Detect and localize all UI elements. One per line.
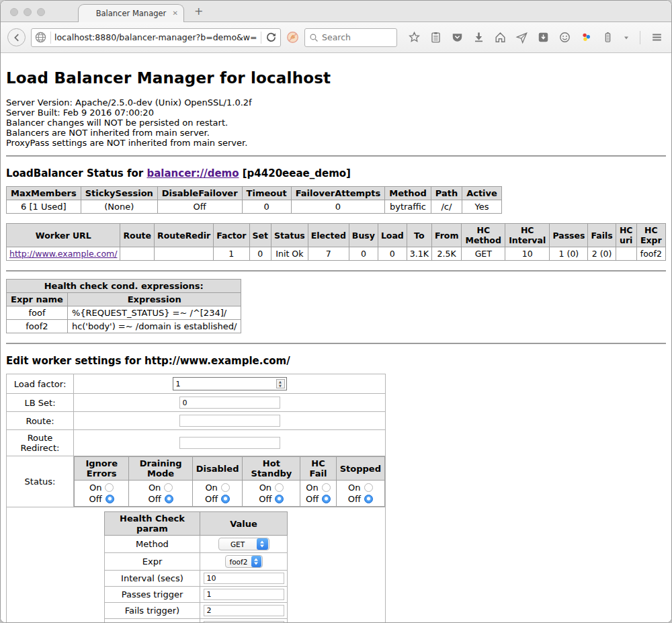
colored-dots-icon[interactable] (580, 31, 593, 44)
number-stepper-icon[interactable]: ▲▼ (276, 379, 285, 388)
server-built-line: Server Built: Feb 9 2016 07:00:20 (6, 108, 666, 118)
col-factor: Factor (214, 224, 249, 247)
new-tab-button[interactable]: + (194, 5, 203, 17)
cell-expression: %{REQUEST_STATUS} =~ /^[234]/ (67, 306, 241, 320)
col-load: Load (378, 224, 407, 247)
col-stickysession: StickySession (81, 187, 157, 200)
window-controls[interactable] (10, 8, 45, 16)
url-text[interactable]: localhost:8880/balancer-manager?b=demo&w… (54, 32, 257, 42)
balancer-link[interactable]: balancer://demo (146, 167, 239, 179)
chat-icon[interactable] (558, 31, 571, 44)
hc-expr-select[interactable]: foof2 (225, 555, 263, 568)
ignore-errors-off-radio[interactable] (106, 495, 114, 503)
heading-suffix: [p4420eeae_demo] (239, 167, 351, 179)
menu-icon[interactable] (650, 31, 663, 44)
search-bar[interactable] (304, 28, 397, 47)
route-input[interactable] (179, 415, 280, 427)
cell-route (120, 247, 155, 261)
col-expression: Expression (67, 293, 241, 306)
radio-off-label: Off (259, 494, 271, 504)
pocket-icon[interactable] (451, 31, 464, 44)
save-page-icon[interactable] (537, 31, 550, 44)
reload-icon[interactable] (265, 31, 278, 44)
load-factor-field-wrap: ▲▼ (173, 377, 287, 390)
hc-passes-input[interactable] (204, 589, 284, 600)
col-hc-uri: HC uri (616, 224, 636, 247)
table-row: foof2 hc('body') =~ /domain is establish… (7, 320, 241, 333)
disabled-off-radio[interactable] (221, 495, 230, 503)
proxypass-note-line: ProxyPass settings are NOT inherited fro… (6, 138, 666, 148)
stopped-off-radio[interactable] (364, 495, 373, 503)
back-button[interactable] (7, 28, 26, 46)
hc-method-select[interactable]: GET (218, 538, 269, 550)
hc-expr-label: Expr (105, 553, 200, 571)
cell-routeredir (155, 247, 214, 261)
radio-on-label: On (89, 483, 101, 493)
ignore-errors-on-radio[interactable] (105, 483, 114, 492)
hc-fail-on-radio[interactable] (322, 483, 331, 492)
load-factor-input[interactable] (173, 377, 287, 390)
cell-hc-method: GET (462, 247, 505, 261)
draining-mode-off-radio[interactable] (165, 495, 173, 503)
minimize-window-button[interactable] (24, 8, 32, 16)
section-divider (6, 343, 666, 344)
caret-down-icon[interactable] (623, 34, 630, 41)
cell-load: 0 (378, 247, 407, 261)
block-icon[interactable] (286, 31, 299, 44)
col-from: From (431, 224, 462, 247)
lb-set-row: LB Set: (7, 394, 386, 412)
clipboard-icon[interactable] (429, 31, 442, 44)
hc-method-label: Method (105, 536, 200, 553)
cell-failoverattempts: 0 (291, 200, 385, 214)
disabled-on-radio[interactable] (221, 483, 230, 492)
hc-interval-input[interactable] (204, 573, 284, 584)
search-input[interactable] (322, 32, 382, 42)
cell-path: /c/ (431, 200, 462, 214)
cell-factor: 1 (214, 247, 249, 261)
cell-expression: hc('body') =~ /domain is established/ (67, 320, 241, 333)
col-hc-expr: HC Expr (636, 224, 665, 247)
zoom-window-button[interactable] (37, 8, 45, 16)
radio-on-label: On (149, 483, 161, 493)
close-window-button[interactable] (10, 8, 18, 16)
worker-url-link[interactable]: http://www.example.com/ (9, 249, 117, 259)
hc-uri-input[interactable] (204, 621, 284, 622)
battery-icon[interactable] (601, 31, 614, 44)
cell-timeout: 0 (242, 200, 291, 214)
edit-worker-heading: Edit worker settings for http://www.exam… (6, 355, 666, 367)
cell-active: Yes (462, 200, 502, 214)
col-active: Active (462, 187, 502, 200)
col-method: Method (385, 187, 431, 200)
route-redirect-input[interactable] (179, 437, 280, 449)
page-content: Load Balancer Manager for localhost Serv… (1, 53, 671, 622)
col-stopped: Stopped (336, 457, 384, 481)
radio-off-label: Off (348, 494, 361, 504)
col-status: Status (271, 224, 308, 247)
col-passes: Passes (550, 224, 588, 247)
col-worker-url: Worker URL (7, 224, 120, 247)
section-divider (6, 270, 666, 272)
hc-fails-input[interactable] (204, 605, 284, 616)
back-icon (12, 33, 22, 42)
radio-off-label: Off (306, 494, 319, 504)
hc-fail-off-radio[interactable] (322, 495, 331, 503)
hot-standby-on-radio[interactable] (275, 483, 284, 492)
home-icon[interactable] (494, 31, 507, 44)
draining-mode-on-radio[interactable] (164, 483, 173, 492)
bookmark-star-icon[interactable] (408, 31, 421, 44)
cell-method: bytraffic (385, 200, 431, 214)
download-icon[interactable] (472, 31, 485, 44)
lb-set-input[interactable] (179, 397, 280, 409)
cell-stickysession: (None) (81, 200, 157, 214)
health-check-row: Health Check param Value Method GET (7, 507, 386, 622)
tab-balancer-manager[interactable]: Balancer Manager ✕ (78, 4, 184, 22)
radio-on-label: On (205, 483, 217, 493)
hot-standby-off-radio[interactable] (275, 495, 284, 503)
tab-close-icon[interactable]: ✕ (173, 9, 178, 17)
url-bar[interactable]: localhost:8880/balancer-manager?b=demo&w… (31, 28, 281, 47)
server-info: Server Version: Apache/2.5.0-dev (Unix) … (6, 97, 666, 148)
send-icon[interactable] (515, 31, 528, 44)
lb-set-label: LB Set: (7, 394, 74, 412)
radio-on-label: On (348, 483, 360, 493)
stopped-on-radio[interactable] (364, 483, 373, 492)
